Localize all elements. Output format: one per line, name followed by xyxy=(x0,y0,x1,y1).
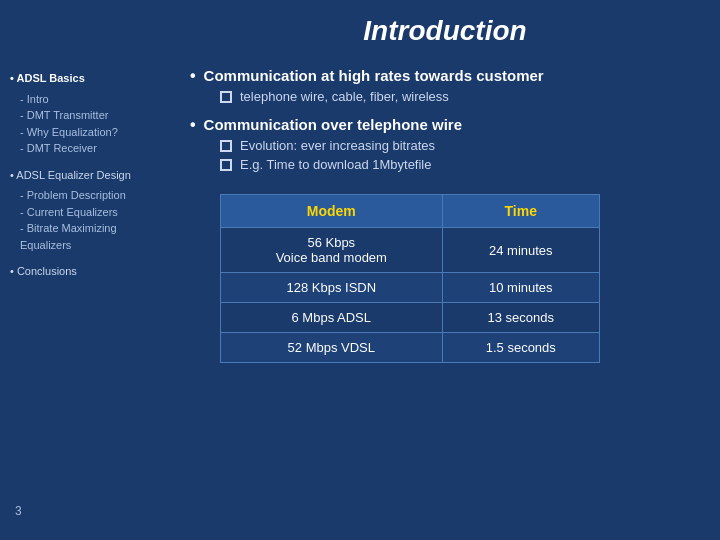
table-cell-modem-3: 6 Mbps ADSL xyxy=(221,303,443,333)
table-cell-modem-2: 128 Kbps ISDN xyxy=(221,273,443,303)
table-row: 56 KbpsVoice band modem 24 minutes xyxy=(221,228,600,273)
sidebar-item-adsl-equalizer[interactable]: • ADSL Equalizer Design xyxy=(10,167,160,184)
sidebar-item-adsl-basics[interactable]: • ADSL Basics xyxy=(10,70,160,87)
comparison-table-wrapper: Modem Time 56 KbpsVoice band modem 24 mi… xyxy=(220,194,600,363)
main-content: Introduction • Communication at high rat… xyxy=(170,0,720,540)
nav-section-conclusions: • Conclusions xyxy=(10,263,160,280)
bullet-sub-text-2-2: E.g. Time to download 1Mbytefile xyxy=(240,157,432,172)
checkbox-icon-1 xyxy=(220,91,232,103)
bullet-text-1: Communication at high rates towards cust… xyxy=(204,67,544,84)
bullet-sub-2-1: Evolution: ever increasing bitrates xyxy=(190,138,700,153)
table-cell-modem-1: 56 KbpsVoice band modem xyxy=(221,228,443,273)
content-area: • Communication at high rates towards cu… xyxy=(190,67,700,530)
bullet-sub-text-2-1: Evolution: ever increasing bitrates xyxy=(240,138,435,153)
nav-section-adsl-eq: • ADSL Equalizer Design - Problem Descri… xyxy=(10,167,160,254)
bullet-sub-2-2: E.g. Time to download 1Mbytefile xyxy=(190,157,700,172)
bullet-text-2: Communication over telephone wire xyxy=(204,116,462,133)
table-row: 6 Mbps ADSL 13 seconds xyxy=(221,303,600,333)
checkbox-icon-3 xyxy=(220,159,232,171)
table-cell-time-2: 10 minutes xyxy=(442,273,599,303)
sidebar-sub-dmt-rx[interactable]: - DMT Receiver xyxy=(10,140,160,157)
page-title: Introduction xyxy=(190,15,700,47)
comparison-table: Modem Time 56 KbpsVoice band modem 24 mi… xyxy=(220,194,600,363)
sidebar-sub-bitrate-max[interactable]: - Bitrate MaximizingEqualizers xyxy=(10,220,160,253)
table-row: 52 Mbps VDSL 1.5 seconds xyxy=(221,333,600,363)
sidebar-sub-dmt-tx[interactable]: - DMT Transmitter xyxy=(10,107,160,124)
bullet-section-2: • Communication over telephone wire Evol… xyxy=(190,116,700,176)
bullet-sub-1-1: telephone wire, cable, fiber, wireless xyxy=(190,89,700,104)
table-header-modem: Modem xyxy=(221,195,443,228)
table-row: 128 Kbps ISDN 10 minutes xyxy=(221,273,600,303)
nav-section-adsl-basics: • ADSL Basics - Intro - DMT Transmitter … xyxy=(10,70,160,157)
bullet-main-1: • Communication at high rates towards cu… xyxy=(190,67,700,85)
bullet-dot-2: • xyxy=(190,116,196,134)
table-header-time: Time xyxy=(442,195,599,228)
sidebar-sub-why-eq[interactable]: - Why Equalization? xyxy=(10,124,160,141)
checkbox-icon-2 xyxy=(220,140,232,152)
bullet-dot-1: • xyxy=(190,67,196,85)
sidebar-sub-intro[interactable]: - Intro xyxy=(10,91,160,108)
sidebar: • ADSL Basics - Intro - DMT Transmitter … xyxy=(0,0,170,540)
sidebar-item-conclusions[interactable]: • Conclusions xyxy=(10,263,160,280)
table-cell-time-4: 1.5 seconds xyxy=(442,333,599,363)
page: • ADSL Basics - Intro - DMT Transmitter … xyxy=(0,0,720,540)
sidebar-sub-curr-eq[interactable]: - Current Equalizers xyxy=(10,204,160,221)
table-cell-time-1: 24 minutes xyxy=(442,228,599,273)
sidebar-sub-prob-desc[interactable]: - Problem Description xyxy=(10,187,160,204)
bullet-sub-text-1-1: telephone wire, cable, fiber, wireless xyxy=(240,89,449,104)
table-cell-modem-4: 52 Mbps VDSL xyxy=(221,333,443,363)
table-cell-time-3: 13 seconds xyxy=(442,303,599,333)
page-number: 3 xyxy=(15,482,22,520)
bullet-section-1: • Communication at high rates towards cu… xyxy=(190,67,700,108)
bullet-main-2: • Communication over telephone wire xyxy=(190,116,700,134)
